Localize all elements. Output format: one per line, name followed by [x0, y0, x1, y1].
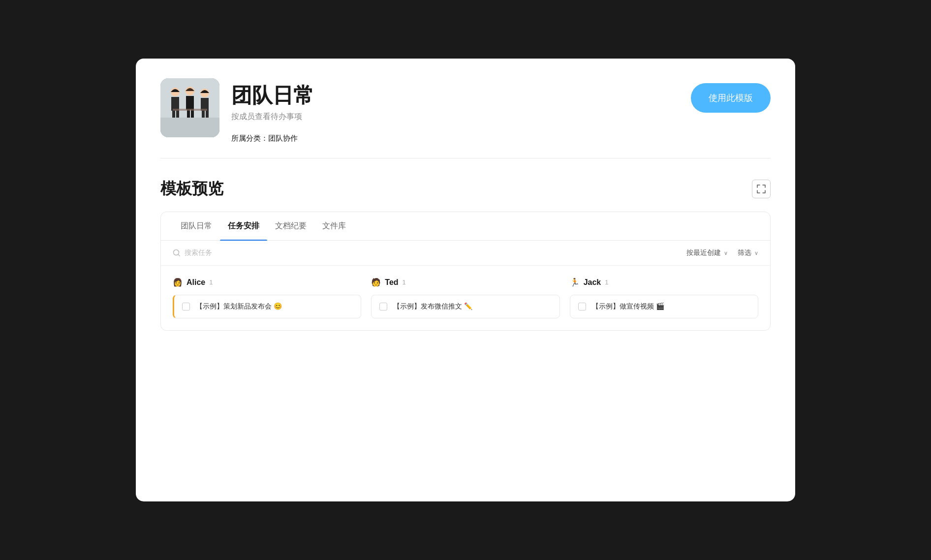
- svg-rect-13: [202, 111, 205, 118]
- alice-name: Alice: [186, 278, 205, 287]
- jack-count: 1: [605, 279, 608, 286]
- alice-count: 1: [209, 279, 213, 286]
- preview-title: 模板预览: [160, 178, 223, 200]
- template-subtitle: 按成员查看待办事项: [231, 112, 314, 122]
- fullscreen-icon: [757, 185, 766, 193]
- template-image: [160, 78, 219, 137]
- sort-button[interactable]: 按最近创建 ∨: [686, 249, 728, 257]
- alice-task-1-text: 【示例】策划新品发布会 😊: [196, 302, 282, 311]
- svg-rect-4: [171, 97, 179, 111]
- svg-rect-14: [206, 111, 209, 118]
- filter-label: 筛选: [738, 249, 751, 257]
- sort-label: 按最近创建: [686, 249, 721, 257]
- filter-chevron-icon: ∨: [754, 250, 758, 256]
- preview-card: 团队日常 任务安排 文档纪要 文件库 搜索任务: [160, 212, 771, 331]
- search-filter-bar: 搜索任务 按最近创建 ∨ 筛选 ∨: [161, 241, 770, 266]
- header-left: 团队日常 按成员查看待办事项 所属分类：团队协作: [160, 78, 314, 143]
- header-section: 团队日常 按成员查看待办事项 所属分类：团队协作 使用此模版: [160, 78, 771, 143]
- jack-emoji: 🏃: [570, 278, 580, 287]
- alice-task-1: 【示例】策划新品发布会 😊: [173, 295, 361, 318]
- svg-rect-6: [176, 111, 179, 118]
- jack-task-1: 【示例】做宣传视频 🎬: [570, 295, 758, 318]
- tab-file-library[interactable]: 文件库: [314, 212, 354, 240]
- member-column-jack: 🏃 Jack 1 【示例】做宣传视频 🎬: [570, 278, 758, 318]
- filter-right: 按最近创建 ∨ 筛选 ∨: [686, 249, 758, 257]
- jack-task-1-checkbox[interactable]: [578, 303, 586, 311]
- search-icon: [173, 249, 181, 257]
- svg-rect-5: [172, 111, 175, 118]
- tab-doc-minutes[interactable]: 文档纪要: [267, 212, 314, 240]
- ted-task-1-checkbox[interactable]: [379, 303, 387, 311]
- preview-header: 模板预览: [160, 178, 771, 200]
- category-label: 所属分类：: [231, 134, 268, 142]
- member-header-alice: 👩 Alice 1: [173, 278, 361, 287]
- svg-rect-15: [173, 109, 207, 111]
- template-category: 所属分类：团队协作: [231, 134, 314, 143]
- ted-emoji: 🧑: [371, 278, 381, 287]
- member-header-ted: 🧑 Ted 1: [371, 278, 559, 287]
- member-header-jack: 🏃 Jack 1: [570, 278, 758, 287]
- ted-task-1: 【示例】发布微信推文 ✏️: [371, 295, 559, 318]
- jack-name: Jack: [584, 278, 601, 287]
- search-left: 搜索任务: [173, 249, 212, 257]
- section-divider: [160, 158, 771, 158]
- main-card: 团队日常 按成员查看待办事项 所属分类：团队协作 使用此模版 模板预览 团队: [136, 59, 795, 501]
- alice-emoji: 👩: [173, 278, 183, 287]
- template-title: 团队日常: [231, 83, 314, 108]
- svg-rect-8: [186, 96, 194, 110]
- ted-task-1-text: 【示例】发布微信推文 ✏️: [393, 302, 472, 311]
- sort-chevron-icon: ∨: [724, 250, 728, 256]
- tab-team-daily[interactable]: 团队日常: [173, 212, 220, 240]
- ted-name: Ted: [385, 278, 398, 287]
- tab-task-arrangement[interactable]: 任务安排: [220, 212, 267, 240]
- category-value: 团队协作: [268, 134, 298, 142]
- ted-count: 1: [403, 279, 406, 286]
- jack-task-1-text: 【示例】做宣传视频 🎬: [592, 302, 664, 311]
- members-grid: 👩 Alice 1 【示例】策划新品发布会 😊 🧑 Ted 1: [161, 266, 770, 330]
- use-template-button[interactable]: 使用此模版: [691, 83, 771, 113]
- svg-rect-2: [160, 118, 219, 137]
- member-column-ted: 🧑 Ted 1 【示例】发布微信推文 ✏️: [371, 278, 559, 318]
- search-placeholder: 搜索任务: [185, 249, 212, 257]
- member-column-alice: 👩 Alice 1 【示例】策划新品发布会 😊: [173, 278, 361, 318]
- tabs-row: 团队日常 任务安排 文档纪要 文件库: [161, 212, 770, 241]
- alice-task-1-checkbox[interactable]: [182, 303, 190, 311]
- fullscreen-button[interactable]: [752, 180, 771, 198]
- svg-rect-10: [191, 110, 194, 118]
- header-info: 团队日常 按成员查看待办事项 所属分类：团队协作: [231, 78, 314, 143]
- svg-point-16: [174, 250, 179, 255]
- filter-button[interactable]: 筛选 ∨: [738, 249, 758, 257]
- svg-rect-9: [187, 110, 190, 118]
